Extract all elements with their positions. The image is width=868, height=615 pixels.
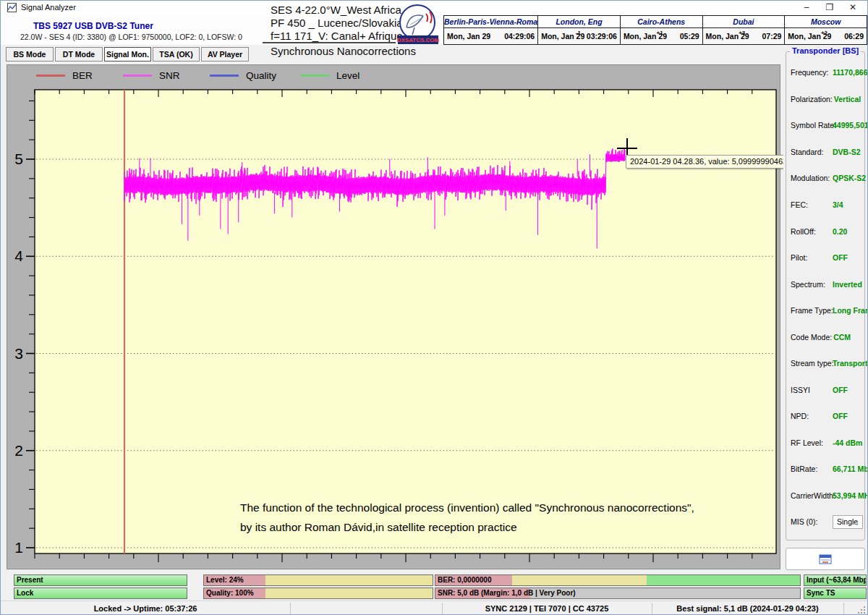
lock-bar-label: Lock xyxy=(17,589,33,597)
tuner-name: TBS 5927 USB DVB-S2 Tuner xyxy=(33,21,153,31)
clock-moscow: Moscow Mon, Jan 29 +2 06:29 xyxy=(785,15,867,45)
transponder-row-label: NPD: xyxy=(791,412,831,420)
transponder-groupbox: Transponder [BS] Frequency:11170,866 MHz… xyxy=(786,51,865,540)
clock-berlin-time: 04:29:06 xyxy=(504,32,535,41)
transponder-row: Code Mode:CCM xyxy=(791,323,863,350)
transponder-sidebar: Transponder [BS] Frequency:11170,866 MHz… xyxy=(783,46,868,574)
tab-signal-mon[interactable]: Signal Mon. xyxy=(104,47,151,62)
transponder-row-label: BitRate: xyxy=(791,465,831,473)
close-button[interactable]: ✕ xyxy=(841,1,864,15)
transponder-row: CarrierWidth:53,994 MHz xyxy=(791,483,863,509)
satellite-header-line3: f=11 171_V: Canal+ Afrique xyxy=(271,30,403,42)
clock-berlin-city: Berlin-Paris-Vienna-Roma xyxy=(444,16,537,28)
ber-bar-label: BER: 0,0000000 xyxy=(438,576,492,584)
svg-text:1: 1 xyxy=(14,539,23,556)
clock-dubai-time: 07:29 xyxy=(762,32,781,41)
clock-berlin: Berlin-Paris-Vienna-Roma Mon, Jan 29 04:… xyxy=(443,15,538,45)
transponder-row-value: 11170,866 MHz xyxy=(833,68,868,77)
clock-moscow-time: 06:29 xyxy=(844,32,864,41)
transponder-row-value: 3/4 xyxy=(833,200,843,209)
quality-bar-label: Quality: 100% xyxy=(206,589,254,597)
transponder-row-label: CarrierWidth: xyxy=(791,491,831,500)
transponder-row-label: RF Level: xyxy=(791,438,831,447)
signal-monitor-chart: BER SNR Quality Level 12345 2024-01-29 0… xyxy=(7,64,780,569)
status-best-signal: Best signal: 5,1 dB (2024-01-29 04:23) xyxy=(652,601,843,615)
header-divider xyxy=(263,42,396,43)
sync-ts-bar: Sync TS xyxy=(804,588,867,599)
transponder-row: Modulation:QPSK-S2 xyxy=(791,165,863,192)
input-bar-label: Input (~63,84 Mbps) xyxy=(807,576,867,584)
minimize-button[interactable]: – xyxy=(795,1,818,15)
transponder-row: RollOff:0.20 xyxy=(791,218,863,245)
clock-cairo: Cairo-Athens Mon, Jan 29 +1 05:29 xyxy=(621,15,703,45)
chart-annotation-line2: by its author Roman Dávid,in satellite r… xyxy=(240,517,694,537)
tab-dt-mode[interactable]: DT Mode xyxy=(55,47,103,62)
maximize-button[interactable]: ❐ xyxy=(818,1,841,15)
world-clocks: Berlin-Paris-Vienna-Roma Mon, Jan 29 04:… xyxy=(443,15,867,45)
level-bar-label: Level: 24% xyxy=(206,576,244,584)
transponder-row-value: Long Frame xyxy=(833,306,868,315)
transponder-row: Pilot:OFF xyxy=(791,245,863,271)
transponder-row-value: 44995,501 KS/s xyxy=(833,121,868,130)
transponder-row-value: Vertical xyxy=(834,95,861,103)
transponder-rows: Frequency:11170,866 MHzPolarization:Vert… xyxy=(791,59,863,530)
transponder-row-value: 66,711 Mbit/s xyxy=(833,465,868,473)
dxsatcs-logo: DXSATCS.COM xyxy=(396,4,441,46)
mis-select[interactable]: Single⌄ xyxy=(833,515,863,529)
satellite-header-line1: SES 4-22.0°W_West Africa xyxy=(271,4,401,16)
tab-tsa[interactable]: TSA (OK) xyxy=(153,47,200,62)
transponder-row: Polarization:Vertical xyxy=(791,86,863,113)
svg-text:2: 2 xyxy=(14,442,23,459)
transponder-row-value: OFF xyxy=(833,412,848,420)
mode-tabs: BS Mode DT Mode Signal Mon. TSA (OK) AV … xyxy=(1,45,782,64)
clock-london: London, Eng Mon, Jan 29 -1 03:29:06 xyxy=(538,15,621,45)
transponder-row-value: Transport xyxy=(833,359,867,368)
transponder-row: FEC:3/4 xyxy=(791,192,863,219)
clock-london-offset: -1 xyxy=(576,30,581,36)
transponder-row-label: Spectrum: xyxy=(791,280,831,289)
signal-analyzer-window: { "window": { "title": "Signal Analyzer"… xyxy=(0,0,868,615)
snr-bar-label: SNR: 5,0 dB (Margin: 1,0 dB | Very Poor) xyxy=(438,589,576,597)
tuner-details: 22.0W - SES 4 (ID: 3380) @ LOF1: 9750000… xyxy=(20,33,242,41)
transponder-row-label: Frame Type: xyxy=(791,306,831,315)
clock-dubai-city: Dubai xyxy=(703,16,785,28)
transponder-row-label: Pilot: xyxy=(791,253,831,262)
dxsatcs-logo-caption: DXSATCS.COM xyxy=(397,37,440,43)
mis-row: MIS (0):Single⌄ xyxy=(791,513,863,530)
clock-london-time: 03:29:06 xyxy=(587,32,617,41)
report-icon xyxy=(819,554,832,564)
clock-moscow-offset: +2 xyxy=(821,30,827,36)
clock-cairo-offset: +1 xyxy=(656,30,663,36)
capture-button[interactable] xyxy=(786,548,865,570)
resize-grip-icon[interactable] xyxy=(856,605,866,614)
transponder-row-label: RollOff: xyxy=(791,227,831,236)
satellite-header-line2: PF 450 _ Lucenec/Slovakia xyxy=(271,17,403,29)
lock-bar: Lock xyxy=(14,588,187,599)
transponder-row-label: Polarization: xyxy=(791,95,833,103)
transponder-row-value: CCM xyxy=(833,333,851,342)
transponder-row-label: Stream type: xyxy=(791,359,831,368)
transponder-row-value: Inverted xyxy=(833,280,862,289)
transponder-row-value: 0.20 xyxy=(833,227,847,236)
snr-plot[interactable]: 12345 xyxy=(7,65,780,569)
transponder-row: Stream type:Transport xyxy=(791,350,863,377)
transponder-row-value: OFF xyxy=(833,253,848,262)
chevron-down-icon: ⌄ xyxy=(854,517,860,529)
transponder-row: Frequency:11170,866 MHz xyxy=(791,59,863,86)
svg-text:4: 4 xyxy=(14,247,23,264)
tab-av-player[interactable]: AV Player xyxy=(201,47,249,62)
tab-bs-mode[interactable]: BS Mode xyxy=(6,47,54,62)
chart-annotation-line1: The function of the technological proces… xyxy=(240,498,694,517)
quality-bar: Quality: 100% xyxy=(203,588,433,599)
clock-dubai-offset: +3 xyxy=(739,30,745,36)
chart-annotation: The function of the technological proces… xyxy=(240,498,694,537)
transponder-row-label: Modulation: xyxy=(791,174,831,182)
level-bar: Level: 24% xyxy=(203,574,433,586)
transponder-row-label: Frequency: xyxy=(791,68,831,77)
ber-bar: BER: 0,0000000 xyxy=(435,574,801,586)
transponder-group-label: Transponder [BS] xyxy=(790,46,861,55)
transponder-row: Symbol Rate:44995,501 KS/s xyxy=(791,112,863,139)
mis-label: MIS (0): xyxy=(791,517,831,526)
transponder-row: RF Level:-44 dBm xyxy=(791,430,863,457)
snr-bar: SNR: 5,0 dB (Margin: 1,0 dB | Very Poor) xyxy=(435,588,801,599)
